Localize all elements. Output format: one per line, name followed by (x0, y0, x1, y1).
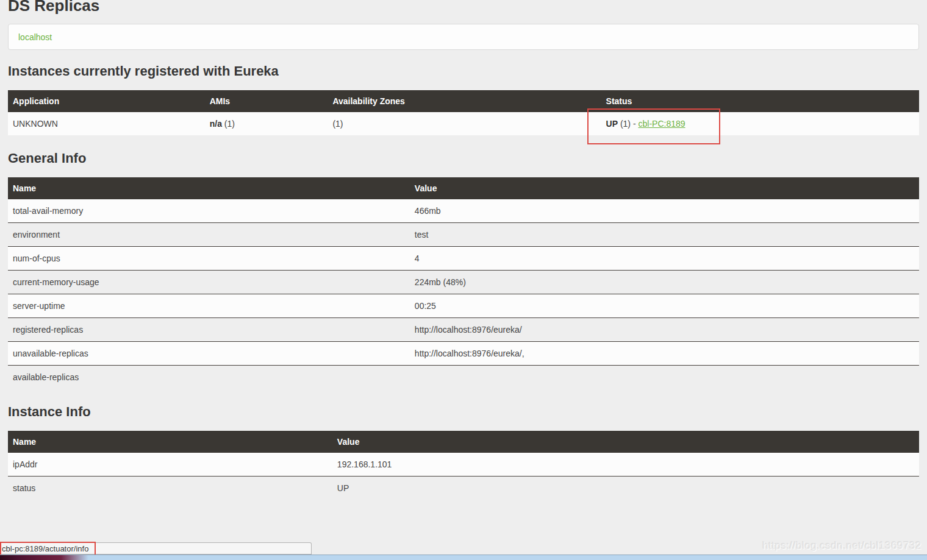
general-info-header-row: Name Value (8, 177, 919, 199)
table-row: ipAddr 192.168.1.101 (8, 453, 919, 477)
replica-link-localhost[interactable]: localhost (18, 32, 52, 42)
status-up: UP (606, 119, 618, 129)
value-cell: http://localhost:8976/eureka/ (410, 318, 919, 342)
name-cell: status (8, 477, 332, 500)
name-cell: server-uptime (8, 294, 410, 318)
column-amis: AMIs (205, 90, 328, 112)
amis-cell: n/a (1) (205, 112, 328, 135)
amis-na: n/a (210, 119, 222, 129)
taskbar-edge (0, 555, 927, 560)
instance-info-header-row: Name Value (8, 431, 919, 453)
name-cell: registered-replicas (8, 318, 410, 342)
status-count: (1) - (618, 119, 638, 129)
column-status: Status (601, 90, 919, 112)
column-availability-zones: Availability Zones (327, 90, 601, 112)
value-cell: 4 (410, 247, 919, 271)
value-cell: UP (332, 477, 919, 500)
application-cell: UNKNOWN (8, 112, 205, 135)
table-row: current-memory-usage 224mb (48%) (8, 271, 919, 294)
amis-count: (1) (222, 119, 235, 129)
instance-row: UNKNOWN n/a (1) (1) UP (1) - cbl-PC:8189 (8, 112, 919, 135)
value-cell: 192.168.1.101 (332, 453, 919, 477)
page-content: DS Replicas localhost Instances currentl… (0, 0, 927, 500)
name-cell: unavailable-replicas (8, 342, 410, 366)
table-row: available-replicas (8, 366, 919, 389)
column-name: Name (8, 431, 332, 453)
name-cell: current-memory-usage (8, 271, 410, 294)
link-preview-text: cbl-pc:8189/actuator/info (2, 544, 88, 553)
value-cell: 466mb (410, 199, 919, 223)
table-row: server-uptime 00:25 (8, 294, 919, 318)
name-cell: num-of-cpus (8, 247, 410, 271)
instance-info-title: Instance Info (8, 404, 919, 420)
table-row: unavailable-replicas http://localhost:89… (8, 342, 919, 366)
general-info-table: Name Value total-avail-memory 466mb envi… (8, 177, 919, 389)
column-value: Value (332, 431, 919, 453)
instance-link[interactable]: cbl-PC:8189 (638, 119, 685, 129)
name-cell: available-replicas (8, 366, 410, 389)
column-value: Value (410, 177, 919, 199)
table-row: num-of-cpus 4 (8, 247, 919, 271)
table-row: registered-replicas http://localhost:897… (8, 318, 919, 342)
value-cell: http://localhost:8976/eureka/, (410, 342, 919, 366)
value-cell: test (410, 223, 919, 247)
column-application: Application (8, 90, 205, 112)
general-info-title: General Info (8, 151, 919, 166)
instances-table: Application AMIs Availability Zones Stat… (8, 90, 919, 135)
value-cell: 224mb (48%) (410, 271, 919, 294)
name-cell: ipAddr (8, 453, 332, 477)
csdn-watermark: https://blog.csdn.net/cbl1369732 (762, 540, 922, 552)
ds-replicas-box: localhost (8, 24, 919, 50)
instances-header-row: Application AMIs Availability Zones Stat… (8, 90, 919, 112)
value-cell (410, 366, 919, 389)
table-row: status UP (8, 477, 919, 500)
name-cell: environment (8, 223, 410, 247)
table-row: environment test (8, 223, 919, 247)
column-name: Name (8, 177, 410, 199)
zones-cell: (1) (327, 112, 601, 135)
page-title: DS Replicas (8, 0, 919, 15)
table-row: total-avail-memory 466mb (8, 199, 919, 223)
value-cell: 00:25 (410, 294, 919, 318)
name-cell: total-avail-memory (8, 199, 410, 223)
browser-link-preview-bar: cbl-pc:8189/actuator/info (0, 542, 312, 555)
status-cell: UP (1) - cbl-PC:8189 (601, 112, 919, 135)
instance-info-table: Name Value ipAddr 192.168.1.101 status U… (8, 431, 919, 500)
instances-section-title: Instances currently registered with Eure… (8, 63, 919, 79)
